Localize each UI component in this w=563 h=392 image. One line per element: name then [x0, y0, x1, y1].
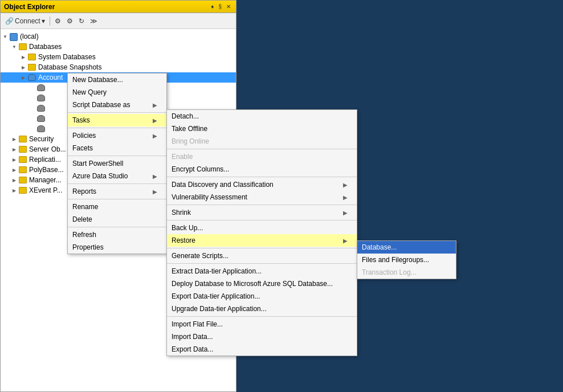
menu-sep-4	[68, 183, 166, 184]
menu-vulnerability[interactable]: Vulnerability Assessment ▶	[167, 191, 357, 203]
menu-new-database[interactable]: New Database...	[68, 74, 166, 86]
menu-shrink[interactable]: Shrink ▶	[167, 206, 357, 219]
menu-detach[interactable]: Detach...	[167, 110, 357, 122]
menu-take-offline[interactable]: Take Offline	[167, 122, 357, 135]
sub5-icon	[37, 125, 46, 133]
menu-refresh[interactable]: Refresh	[68, 228, 166, 241]
unpin-btn[interactable]: §	[217, 3, 223, 10]
management-icon	[19, 176, 28, 184]
menu-upgrade-datatier[interactable]: Upgrade Data-tier Application...	[167, 303, 357, 315]
tasks-arrow-icon: ▶	[153, 117, 157, 124]
menu-deploy-azure[interactable]: Deploy Database to Microsoft Azure SQL D…	[167, 277, 357, 290]
snapshots-expander: ▶	[19, 65, 28, 70]
refresh-icon: ↻	[79, 17, 84, 25]
menu-export-datatier[interactable]: Export Data-tier Application...	[167, 290, 357, 303]
sub3-icon	[37, 104, 46, 112]
toolbar-separator	[50, 17, 50, 26]
connect-icon: 🔗	[5, 17, 14, 25]
toolbar-refresh-button[interactable]: ↻	[76, 16, 87, 26]
menu-import-flat-file[interactable]: Import Flat File...	[167, 318, 357, 330]
menu-extract-datatier[interactable]: Extract Data-tier Application...	[167, 265, 357, 277]
connect-button[interactable]: 🔗 Connect ▾	[3, 16, 47, 26]
shrink-arrow-icon: ▶	[343, 210, 348, 216]
tasks-sep-2	[167, 177, 357, 177]
databases-icon	[19, 43, 28, 51]
filter-button[interactable]: ⚙	[52, 16, 63, 26]
management-label: Manager...	[29, 176, 62, 184]
menu-sep-3	[68, 156, 166, 156]
account-label: Account	[38, 74, 63, 81]
tasks-sep-5	[167, 248, 357, 248]
menu-restore-files[interactable]: Files and Filegroups...	[357, 254, 456, 266]
toolbar: 🔗 Connect ▾ ⚙ ⚙ ↻ ≫	[1, 13, 236, 29]
tree-item-root[interactable]: ▼ (local)	[1, 31, 236, 42]
filter2-button[interactable]: ⚙	[64, 16, 75, 26]
xevent-label: XEvent P...	[29, 186, 62, 194]
menu-restore[interactable]: Restore ▶	[167, 234, 357, 247]
menu-export-data[interactable]: Export Data...	[167, 343, 357, 356]
menu-import-data[interactable]: Import Data...	[167, 330, 357, 343]
menu-properties[interactable]: Properties	[68, 241, 166, 254]
filter2-icon: ⚙	[67, 17, 73, 25]
polybase-icon	[19, 166, 28, 174]
menu-tasks[interactable]: Tasks ▶	[68, 114, 166, 126]
menu-start-powershell[interactable]: Start PowerShell	[68, 157, 166, 170]
security-label: Security	[29, 135, 54, 143]
dropdown-arrow-icon: ▾	[42, 17, 45, 25]
menu-sep-2	[68, 128, 166, 128]
account-expander: ▶	[19, 75, 28, 80]
pin-btn[interactable]: ♦	[209, 3, 215, 10]
menu-azure-data-studio[interactable]: Azure Data Studio ▶	[68, 170, 166, 182]
sys-db-icon	[28, 53, 37, 61]
snapshots-label: Database Snapshots	[38, 63, 101, 71]
menu-encrypt-columns[interactable]: Encrypt Columns...	[167, 163, 357, 175]
tree-item-databases[interactable]: ▼ Databases	[1, 42, 236, 52]
security-expander: ▶	[10, 137, 19, 142]
tree-item-snapshots[interactable]: ▶ Database Snapshots	[1, 62, 236, 72]
menu-generate-scripts[interactable]: Generate Scripts...	[167, 250, 357, 262]
script-db-arrow-icon: ▶	[153, 102, 157, 108]
tasks-sep-1	[167, 149, 357, 149]
replication-icon	[19, 156, 28, 164]
replication-label: Replicati...	[29, 156, 61, 164]
context-menu-restore: Database... Files and Filegroups... Tran…	[357, 240, 456, 279]
management-expander: ▶	[10, 178, 19, 183]
server-objects-expander: ▶	[10, 147, 19, 152]
menu-reports[interactable]: Reports ▶	[68, 185, 166, 198]
context-menu-main: New Database... New Query Script Databas…	[67, 73, 167, 254]
menu-new-query[interactable]: New Query	[68, 86, 166, 99]
menu-facets[interactable]: Facets	[68, 142, 166, 154]
menu-bring-online: Bring Online	[167, 135, 357, 148]
menu-restore-transaction-log: Transaction Log...	[357, 266, 456, 279]
menu-restore-database[interactable]: Database...	[357, 241, 456, 254]
tree-item-system-databases[interactable]: ▶ System Databases	[1, 52, 236, 62]
more-button[interactable]: ≫	[88, 16, 100, 26]
polybase-label: PolyBase...	[29, 166, 64, 174]
menu-sep-5	[68, 199, 166, 199]
policies-arrow-icon: ▶	[153, 133, 157, 139]
sub1-icon	[37, 84, 46, 92]
menu-delete[interactable]: Delete	[68, 213, 166, 226]
server-icon	[10, 32, 19, 40]
menu-backup[interactable]: Back Up...	[167, 222, 357, 234]
menu-policies[interactable]: Policies ▶	[68, 129, 166, 142]
menu-script-database[interactable]: Script Database as ▶	[68, 99, 166, 111]
menu-sep-1	[68, 112, 166, 113]
menu-rename[interactable]: Rename	[68, 201, 166, 213]
menu-sep-6	[68, 227, 166, 227]
data-discovery-arrow-icon: ▶	[343, 182, 348, 188]
root-expander: ▼	[1, 34, 10, 39]
tasks-sep-4	[167, 220, 357, 220]
close-btn[interactable]: ✕	[225, 3, 232, 10]
server-objects-label: Server Ob...	[29, 145, 66, 153]
sub2-icon	[37, 94, 46, 102]
databases-expander: ▼	[10, 44, 19, 50]
xevent-expander: ▶	[10, 188, 19, 193]
server-objects-icon	[19, 145, 28, 153]
menu-data-discovery[interactable]: Data Discovery and Classification ▶	[167, 178, 357, 191]
databases-label: Databases	[29, 43, 62, 51]
replication-expander: ▶	[10, 157, 19, 162]
restore-arrow-icon: ▶	[343, 238, 348, 244]
sub4-icon	[37, 115, 46, 122]
context-menu-tasks: Detach... Take Offline Bring Online Enab…	[166, 109, 357, 356]
